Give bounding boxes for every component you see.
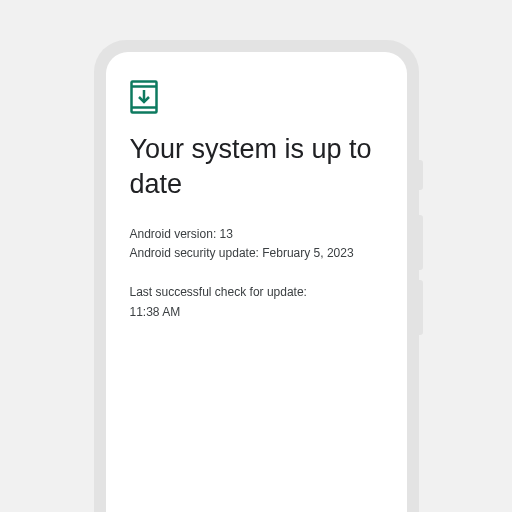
- last-check-time: 11:38 AM: [130, 303, 383, 322]
- system-update-icon: [130, 80, 383, 114]
- last-check-label: Last successful check for update:: [130, 283, 383, 302]
- last-check-block: Last successful check for update: 11:38 …: [130, 283, 383, 321]
- phone-side-button: [419, 215, 423, 270]
- page-title: Your system is up to date: [130, 132, 383, 201]
- screen: Your system is up to date Android versio…: [106, 52, 407, 512]
- phone-side-button: [419, 160, 423, 190]
- phone-frame: Your system is up to date Android versio…: [94, 40, 419, 512]
- security-update-line: Android security update: February 5, 202…: [130, 244, 383, 263]
- phone-side-button: [419, 280, 423, 335]
- android-version-line: Android version: 13: [130, 225, 383, 244]
- version-info-block: Android version: 13 Android security upd…: [130, 225, 383, 263]
